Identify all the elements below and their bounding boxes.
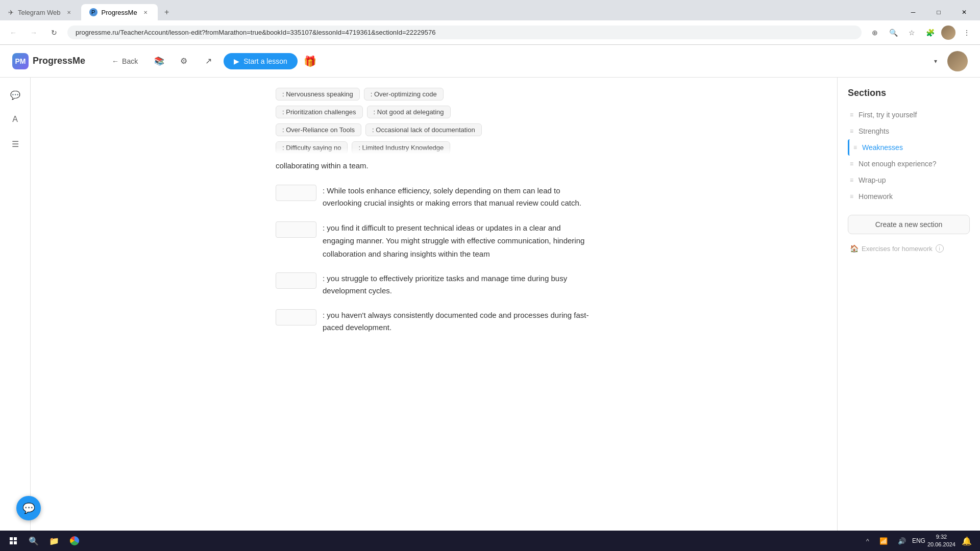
taskbar-datetime: 9:32 20.06.2024 <box>927 533 955 549</box>
back-button[interactable]: ← Back <box>106 54 144 68</box>
telegram-icon: ✈ <box>8 9 14 16</box>
user-avatar[interactable] <box>947 51 968 71</box>
tag-over-optimizing[interactable]: : Over-optimizing code <box>364 88 444 101</box>
section-item-wrap-up[interactable]: ≡ Wrap-up <box>848 172 970 188</box>
close-window-button[interactable]: ✕ <box>952 4 976 20</box>
svg-rect-2 <box>10 541 13 544</box>
extensions-icon[interactable]: 🧩 <box>923 26 937 40</box>
progressme-tab-icon: P <box>89 8 97 16</box>
translate-icon[interactable]: ⊕ <box>868 26 882 40</box>
section-label-weaknesses: Weaknesses <box>862 143 903 152</box>
tag-industry-knowledge[interactable]: : Limited Industry Knowledge <box>352 141 450 154</box>
taskbar-start[interactable] <box>4 533 22 549</box>
answer-block-4: : you haven't always consistently docume… <box>276 309 592 334</box>
logo-icon: PM <box>12 53 29 69</box>
back-arrow-icon: ← <box>112 57 119 65</box>
section-item-not-enough[interactable]: ≡ Not enough experience? <box>848 156 970 172</box>
account-chevron[interactable]: ▾ <box>934 58 937 65</box>
drag-handle-wrap-up: ≡ <box>850 177 853 184</box>
tab-label-telegram: Telegram Web <box>18 9 61 16</box>
section-item-homework[interactable]: ≡ Homework <box>848 188 970 205</box>
answer-input-3[interactable] <box>276 272 316 289</box>
info-icon[interactable]: i <box>936 244 944 253</box>
section-item-weaknesses[interactable]: ≡ Weaknesses <box>848 139 970 156</box>
zoom-icon[interactable]: 🔍 <box>886 26 900 40</box>
start-lesson-button[interactable]: ▶ Start a lesson <box>224 53 298 69</box>
url-text: progressme.ru/TeacherAccount/lesson-edit… <box>76 29 435 36</box>
sections-sidebar: Sections ≡ First, try it yourself ≡ Stre… <box>837 78 980 551</box>
tags-row-2: : Prioritization challenges : Not good a… <box>276 106 592 118</box>
tool-text[interactable]: A <box>6 110 24 129</box>
tab-telegram[interactable]: ✈ Telegram Web ✕ <box>0 4 81 20</box>
exercises-row: 🏠 Exercises for homework i <box>848 242 970 255</box>
answer-text-2: : you find it difficult to present techn… <box>323 221 592 261</box>
create-section-button[interactable]: Create a new section <box>848 215 970 234</box>
answer-input-2[interactable] <box>276 221 316 238</box>
svg-rect-1 <box>14 537 17 540</box>
section-label-wrap-up: Wrap-up <box>859 176 886 184</box>
taskbar-lang: ENG <box>912 537 925 544</box>
taskbar-chrome[interactable] <box>65 533 84 549</box>
address-bar[interactable]: progressme.ru/TeacherAccount/lesson-edit… <box>67 26 862 39</box>
drag-handle-strengths: ≡ <box>850 128 853 135</box>
content-area: : Nervousness speaking : Over-optimizing… <box>31 78 837 551</box>
close-tab-progressme[interactable]: ✕ <box>141 8 150 16</box>
minimize-button[interactable]: ─ <box>901 4 925 20</box>
forward-nav-button[interactable]: → <box>27 26 41 40</box>
taskbar-time-display: 9:32 <box>936 533 947 541</box>
taskbar-tray: ^ <box>862 537 873 545</box>
tag-documentation[interactable]: : Occasional lack of documentation <box>365 123 482 136</box>
answer-text-1: : While tools enhance efficiency, solely… <box>323 185 592 209</box>
bookmark-icon[interactable]: ☆ <box>904 26 919 40</box>
tag-delegating[interactable]: : Not good at delegating <box>367 106 451 118</box>
book-icon-button[interactable]: 📚 <box>150 52 168 70</box>
tray-up-arrow: ^ <box>866 537 869 545</box>
taskbar-file-manager[interactable]: 📁 <box>45 533 63 549</box>
taskbar-network: 📶 <box>875 537 892 545</box>
svg-rect-0 <box>10 537 13 540</box>
drag-handle-not-enough: ≡ <box>850 160 853 167</box>
maximize-button[interactable]: □ <box>927 4 950 20</box>
taskbar-search[interactable]: 🔍 <box>24 533 43 549</box>
answer-text-3: : you struggle to effectively prioritize… <box>323 272 592 297</box>
answer-input-1[interactable] <box>276 185 316 201</box>
section-item-strengths[interactable]: ≡ Strenghts <box>848 123 970 139</box>
chat-fab-button[interactable]: 💬 <box>16 496 41 520</box>
taskbar: 🔍 📁 ^ 📶 🔊 ENG 9:32 20.06.2024 🔔 <box>0 531 980 551</box>
menu-icon[interactable]: ⋮ <box>960 26 974 40</box>
answer-input-4[interactable] <box>276 309 316 325</box>
section-item-first[interactable]: ≡ First, try it yourself <box>848 107 970 123</box>
back-nav-button[interactable]: ← <box>6 26 20 40</box>
tool-comments[interactable]: 💬 <box>6 86 24 104</box>
collaborating-text: collaborating within a team. <box>276 159 592 172</box>
exercises-label: Exercises for homework <box>862 245 933 253</box>
home-icon: 🏠 <box>850 244 859 253</box>
left-sidebar: 💬 A ☰ <box>0 78 31 551</box>
taskbar-notification[interactable]: 🔔 <box>958 533 976 549</box>
reload-button[interactable]: ↻ <box>47 26 61 40</box>
tags-row-1: : Nervousness speaking : Over-optimizing… <box>276 88 592 101</box>
profile-avatar <box>941 26 955 40</box>
tag-prioritization[interactable]: : Prioritization challenges <box>276 106 363 118</box>
section-label-not-enough: Not enough experience? <box>859 160 937 168</box>
answer-text-4: : you haven't always consistently docume… <box>323 309 592 334</box>
close-tab-telegram[interactable]: ✕ <box>65 8 73 16</box>
settings-icon-button[interactable]: ⚙ <box>175 52 193 70</box>
tags-row-4: : Difficulty saying no : Limited Industr… <box>276 141 592 154</box>
new-tab-button[interactable]: + <box>160 5 174 19</box>
drag-handle-homework: ≡ <box>850 193 853 200</box>
share-icon-button[interactable]: ↗ <box>199 52 217 70</box>
gift-icon[interactable]: 🎁 <box>304 55 316 67</box>
back-label: Back <box>122 57 138 65</box>
start-lesson-label: Start a lesson <box>243 57 287 65</box>
profile-icon[interactable] <box>941 26 955 40</box>
taskbar-date-display: 20.06.2024 <box>927 541 955 548</box>
tags-row-3: : Over-Reliance on Tools : Occasional la… <box>276 123 592 136</box>
tag-over-reliance[interactable]: : Over-Reliance on Tools <box>276 123 361 136</box>
tool-list[interactable]: ☰ <box>6 135 24 153</box>
tab-progressme[interactable]: P ProgressMe ✕ <box>81 4 158 20</box>
tag-difficulty[interactable]: : Difficulty saying no <box>276 141 348 154</box>
tag-nervousness[interactable]: : Nervousness speaking <box>276 88 360 101</box>
logo-text: ProgressMe <box>33 56 85 66</box>
sections-title: Sections <box>848 88 970 98</box>
